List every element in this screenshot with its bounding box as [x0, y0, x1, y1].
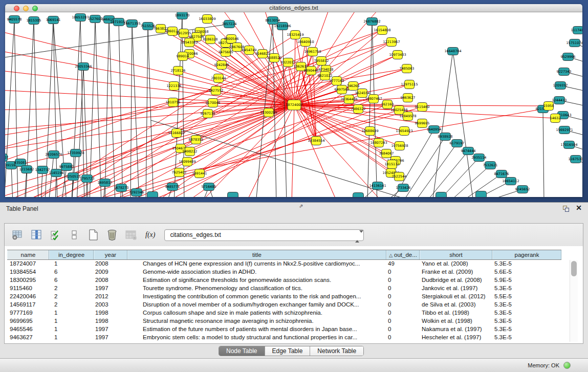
- graph-node-19384554[interactable]: 19384554: [308, 137, 324, 145]
- table-settings-icon[interactable]: [11, 229, 24, 241]
- graph-node-2935114[interactable]: 2935114: [472, 154, 487, 162]
- column-header-name[interactable]: name: [7, 250, 49, 259]
- graph-node[interactable]: [436, 192, 447, 198]
- table-row[interactable]: 946554611997Estimation of the future num…: [7, 325, 561, 334]
- graph-node-1117484[interactable]: 1117484: [571, 27, 582, 34]
- graph-node-3069141[interactable]: 3069141: [46, 16, 61, 24]
- column-header-pagerank[interactable]: pagerank: [492, 250, 561, 259]
- table-scrollbar-thumb[interactable]: [571, 261, 577, 276]
- graph-node-2803144[interactable]: 2803144: [211, 74, 226, 83]
- network-window-titlebar[interactable]: citations_edges.txt: [5, 4, 582, 12]
- graph-node-1691441[interactable]: 1691441: [192, 169, 207, 178]
- graph-node-1695817[interactable]: 1695817: [98, 179, 113, 187]
- graph-node-9115460[interactable]: 9115460: [415, 103, 430, 112]
- graph-node-12213967[interactable]: 12213967: [383, 38, 400, 47]
- table-row[interactable]: 911546021997Tourette syndrome. Phenomeno…: [7, 285, 561, 293]
- graph-node-7857224[interactable]: 7857224: [222, 20, 237, 28]
- graph-node[interactable]: [228, 192, 238, 198]
- graph-node-18640910[interactable]: 18640910: [297, 38, 314, 47]
- graph-node-18325419[interactable]: 18325419: [287, 31, 303, 39]
- graph-node-9485771[interactable]: 9485771: [165, 183, 180, 191]
- table-scrollbar[interactable]: [570, 260, 578, 342]
- graph-node-15958[interactable]: 15958: [543, 102, 554, 111]
- graph-node-16648784[interactable]: 16648784: [444, 48, 461, 55]
- column-header-year[interactable]: year: [94, 250, 127, 259]
- table-row[interactable]: 1872400712008Changes of HCN gene express…: [7, 260, 561, 268]
- graph-node-19756928[interactable]: 19756928: [391, 142, 408, 150]
- graph-node-9474444[interactable]: 9474444: [461, 147, 476, 155]
- graph-node-5716485[interactable]: 5716485: [202, 183, 216, 191]
- tab-node-table[interactable]: Node Table: [219, 346, 265, 356]
- graph-node-14632[interactable]: 14632: [550, 114, 561, 123]
- graph-node-20053346[interactable]: 20053346: [75, 63, 92, 71]
- graph-node-7485063[interactable]: 7485063: [400, 64, 415, 73]
- column-header-short[interactable]: short: [420, 250, 492, 259]
- graph-node-18724007[interactable]: 18724007: [286, 100, 302, 110]
- graph-node-10653287[interactable]: 10653287: [72, 14, 89, 21]
- network-canvas[interactable]: 9405578181530530691411065328715276076466…: [5, 12, 582, 197]
- table-row[interactable]: 2242004622012Investigating the contribut…: [7, 293, 561, 301]
- graph-node[interactable]: [147, 192, 158, 198]
- select-all-icon[interactable]: [49, 229, 61, 241]
- graph-node-1527607[interactable]: 1527607: [88, 15, 103, 23]
- graph-node-9975887[interactable]: 9975887: [59, 163, 74, 171]
- tab-edge-table[interactable]: Edge Table: [265, 346, 311, 356]
- graph-node-1795723[interactable]: 1795723: [80, 175, 95, 183]
- table-selector-dropdown[interactable]: citations_edges.txt: [164, 229, 364, 241]
- table-row[interactable]: 969969511998Structural magnetic resonanc…: [7, 317, 561, 325]
- graph-node[interactable]: [476, 191, 487, 198]
- graph-node-15692971[interactable]: 15692971: [556, 126, 573, 134]
- delete-table-disabled-icon[interactable]: [125, 229, 137, 241]
- graph-node-1640954[interactable]: 1640954: [427, 126, 442, 134]
- graph-node-1215682[interactable]: 1215682: [19, 166, 34, 173]
- graph-node-6179197[interactable]: 6179197: [450, 140, 465, 147]
- graph-node-20206576[interactable]: 20206576: [45, 151, 62, 159]
- close-panel-icon[interactable]: ✕: [576, 204, 582, 212]
- graph-node-17016504[interactable]: 17016504: [560, 141, 577, 149]
- graph-node-1815305[interactable]: 1815305: [27, 17, 41, 25]
- table-row[interactable]: 1456911722003Disruption of a novel membe…: [7, 301, 561, 309]
- graph-node-2718126[interactable]: 2718126: [171, 67, 186, 75]
- graph-node-10654112[interactable]: 10654112: [502, 178, 519, 185]
- function-builder-icon[interactable]: f(x): [145, 231, 155, 239]
- graph-node-12975115[interactable]: 12975115: [401, 80, 418, 89]
- select-rows-icon[interactable]: [68, 229, 80, 241]
- graph-node-7532621[interactable]: 7532621: [483, 162, 498, 169]
- delete-column-icon[interactable]: [106, 229, 118, 241]
- graph-node-26876882[interactable]: 26876882: [363, 18, 380, 26]
- graph-node-10688639[interactable]: 10688639: [361, 127, 378, 136]
- table-row[interactable]: 977716911998Corpus callosum shape and si…: [7, 309, 561, 317]
- graph-node-1342737[interactable]: 1342737: [35, 166, 50, 174]
- graph-node-16033809[interactable]: 16033809: [199, 15, 215, 24]
- graph-node-1250513[interactable]: 1250513: [66, 173, 81, 181]
- graph-node-15751074[interactable]: 15751074: [566, 39, 582, 47]
- column-header-out_de[interactable]: △out_de...: [386, 250, 420, 259]
- graph-node-746266[interactable]: 746266: [347, 82, 360, 91]
- graph-node-1145194[interactable]: 1145194: [49, 169, 64, 177]
- graph-node-8186328[interactable]: 8186328: [203, 35, 218, 44]
- graph-node-181907[interactable]: 181907: [5, 154, 8, 162]
- graph-node[interactable]: [353, 193, 364, 198]
- show-columns-icon[interactable]: [30, 229, 42, 241]
- tab-network-table[interactable]: Network Table: [310, 346, 363, 356]
- graph-node-9227343[interactable]: 9227343: [557, 68, 572, 76]
- graph-node-9529966[interactable]: 9529966: [561, 53, 576, 61]
- graph-node-17359928[interactable]: 17359928: [67, 149, 84, 157]
- table-row[interactable]: 946362711997Embryonic stem cells: a mode…: [7, 334, 561, 342]
- graph-node-1733426[interactable]: 1733426: [396, 184, 411, 192]
- graph-node-1292346[interactable]: 1292346: [129, 189, 144, 196]
- column-header-title[interactable]: title: [127, 250, 386, 259]
- graph-node-989014[interactable]: 989014: [177, 52, 189, 61]
- graph-node-9267130[interactable]: 9267130: [201, 110, 215, 118]
- new-column-icon[interactable]: [87, 229, 99, 241]
- graph-node-1678273[interactable]: 1678273: [114, 184, 129, 192]
- column-header-in_degree[interactable]: in_degree: [49, 250, 94, 259]
- graph-node-1244413[interactable]: 1244413: [552, 97, 567, 104]
- table-row[interactable]: 1938455462009Genome-wide association stu…: [7, 268, 561, 276]
- graph-node-1893170[interactable]: 1893170: [175, 12, 190, 19]
- graph-node-9699695[interactable]: 9699695: [415, 119, 430, 128]
- graph-node-10807467[interactable]: 10807467: [365, 95, 382, 103]
- graph-node-162160[interactable]: 162160: [381, 100, 394, 109]
- table-row[interactable]: 1830029562008Estimation of significance …: [7, 276, 561, 285]
- float-panel-icon[interactable]: [563, 206, 570, 212]
